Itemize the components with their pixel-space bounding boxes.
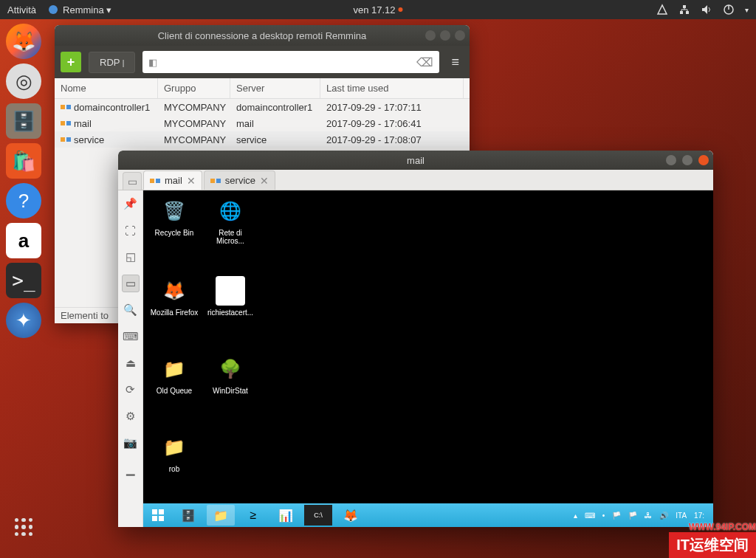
desktop-icon-rob[interactable]: 📁rob [148, 433, 201, 473]
tool-minimize-icon[interactable]: ▁ [122, 461, 140, 478]
svg-rect-2 [686, 11, 689, 14]
launcher-remmina[interactable]: ✦ [6, 303, 41, 338]
svg-point-0 [49, 5, 58, 14]
tool-scale-icon[interactable]: ▭ [122, 275, 140, 292]
window-maximize-button[interactable] [440, 30, 450, 41]
new-tab-button[interactable]: ▭ [123, 172, 142, 190]
launcher-terminal[interactable]: >_ [6, 263, 41, 298]
connection-icon [61, 102, 71, 112]
session-title: mail [407, 155, 425, 166]
svg-rect-14 [210, 179, 215, 183]
session-tab-mail[interactable]: mail ✕ [143, 170, 202, 190]
taskbar-powershell[interactable]: ≥ [239, 505, 267, 526]
taskbar-server-manager[interactable]: 🗄️ [174, 505, 202, 526]
launcher-help[interactable]: ? [6, 183, 41, 218]
tool-zoom-icon[interactable]: 🔍 [122, 301, 140, 319]
protocol-selector[interactable]: RDP | [89, 52, 135, 73]
tray-flag1-icon[interactable]: 🏳️ [612, 512, 621, 520]
connection-row[interactable]: mail MYCOMPANY mail 2017-09-29 - 17:06:4… [55, 115, 470, 131]
remmina-titlebar[interactable]: Client di connessione a desktop remoti R… [55, 25, 470, 46]
tray-volume-icon[interactable]: 🔊 [659, 512, 668, 520]
desktop-icon-recycle-bin[interactable]: 🗑️Recycle Bin [148, 196, 201, 237]
tab-close-icon[interactable]: ✕ [260, 175, 269, 187]
app-menu[interactable]: Remmina ▾ [48, 4, 111, 16]
tray-clock[interactable]: 17: [694, 512, 704, 520]
tab-icon [150, 176, 160, 186]
session-titlebar[interactable]: mail [118, 151, 713, 170]
tray-network-icon[interactable]: 🖧 [645, 512, 652, 520]
tool-settings-icon[interactable]: ⚙ [122, 407, 140, 425]
column-header-time[interactable]: Last time used [320, 78, 464, 98]
tray-chevron-icon[interactable]: ▴ [574, 512, 577, 520]
session-side-toolbar: 📌 ⛶ ◱ ▭ 🔍 ⌨ ⏏ ⟳ ⚙ 📷 ▁ [118, 190, 143, 527]
watermark-banner: IT运维空间 [669, 532, 756, 558]
show-applications-button[interactable] [15, 518, 32, 536]
launcher-dock: 🦊 ◎ 🗄️ 🛍️ ? a >_ ✦ [0, 19, 47, 551]
svg-rect-15 [216, 179, 221, 183]
desktop-icon-old-queue[interactable]: 📁Old Queue [148, 354, 201, 395]
taskbar-cmd[interactable]: C:\ [304, 505, 332, 526]
session-maximize-button[interactable] [682, 155, 693, 165]
tab-close-icon[interactable]: ✕ [187, 175, 196, 187]
connection-list-header: Nome Gruppo Server Last time used [55, 78, 470, 99]
watermark-url: WWW.94IP.COM [669, 522, 756, 532]
window-minimize-button[interactable] [425, 30, 436, 41]
tool-screenshot-icon[interactable]: 📷 [122, 434, 140, 452]
hamburger-menu-button[interactable]: ≡ [447, 55, 464, 70]
launcher-rhythmbox[interactable]: ◎ [6, 63, 41, 99]
launcher-files[interactable]: 🗄️ [6, 103, 41, 139]
connection-row[interactable]: domaincontroller1 MYCOMPANY domaincontro… [55, 99, 470, 115]
svg-rect-13 [156, 179, 160, 183]
svg-rect-18 [152, 516, 157, 521]
tool-pin-icon[interactable]: 📌 [122, 195, 140, 213]
taskbar-taskmgr[interactable]: 📊 [272, 505, 300, 526]
svg-rect-19 [159, 516, 164, 521]
tool-disconnect-icon[interactable]: ⏏ [122, 354, 140, 372]
tray-keyboard-icon[interactable]: ⌨ [585, 512, 595, 520]
windows-taskbar: 🗄️ 📁 ≥ 📊 C:\ 🦊 ▴ ⌨ • 🏳️ 🏳️ 🖧 🔊 ITA 17: [143, 503, 713, 527]
connection-list: domaincontroller1 MYCOMPANY domaincontro… [55, 99, 470, 148]
tool-grab-icon[interactable]: ⌨ [122, 328, 140, 345]
tray-lang[interactable]: ITA [676, 512, 687, 520]
svg-rect-11 [66, 137, 71, 142]
desktop-icon-document[interactable]: richiestacert... [204, 276, 257, 317]
tray-flag2-icon[interactable]: 🏳️ [628, 512, 637, 520]
connection-icon [61, 134, 71, 145]
tab-label: mail [165, 175, 182, 186]
clock[interactable]: ven 17.12 [353, 4, 395, 16]
taskbar-firefox[interactable]: 🦊 [337, 505, 365, 526]
connection-row[interactable]: service MYCOMPANY service 2017-09-29 - 1… [55, 131, 470, 148]
session-close-button[interactable] [698, 155, 709, 165]
vpn-icon[interactable] [656, 4, 668, 16]
notification-dot-icon [399, 7, 403, 12]
column-header-group[interactable]: Gruppo [158, 78, 230, 98]
volume-icon[interactable] [701, 4, 712, 16]
tool-fullscreen-icon[interactable]: ⛶ [122, 221, 140, 239]
windows-start-button[interactable] [146, 505, 170, 526]
search-input[interactable] [157, 57, 416, 68]
network-icon[interactable] [678, 4, 690, 16]
desktop-icon-windirstat[interactable]: 🌳WinDirStat [204, 354, 257, 395]
column-header-server[interactable]: Server [230, 78, 320, 98]
power-icon[interactable] [723, 4, 735, 16]
clear-search-button[interactable]: ⌫ [416, 55, 433, 69]
system-menu-chevron-icon[interactable]: ▾ [745, 6, 749, 14]
remote-desktop-area[interactable]: 🗑️Recycle Bin 🌐Rete di Micros... 🦊Mozill… [143, 190, 713, 527]
launcher-amazon[interactable]: a [6, 223, 41, 258]
window-close-button[interactable] [455, 30, 465, 41]
desktop-icon-network[interactable]: 🌐Rete di Micros... [204, 196, 257, 245]
tool-fit-icon[interactable]: ◱ [122, 248, 140, 266]
session-minimize-button[interactable] [666, 155, 676, 165]
activities-button[interactable]: Attività [7, 4, 36, 16]
windows-system-tray[interactable]: ▴ ⌨ • 🏳️ 🏳️ 🖧 🔊 ITA 17: [574, 512, 710, 520]
session-tab-service[interactable]: service ✕ [204, 170, 275, 190]
svg-rect-6 [61, 105, 65, 109]
launcher-software[interactable]: 🛍️ [6, 143, 41, 179]
remmina-toolbar: + RDP | ◧ ⌫ ≡ [55, 46, 470, 78]
desktop-icon-firefox[interactable]: 🦊Mozilla Firefox [148, 276, 201, 317]
taskbar-explorer[interactable]: 📁 [207, 505, 235, 526]
launcher-firefox[interactable]: 🦊 [6, 24, 41, 59]
tool-refresh-icon[interactable]: ⟳ [122, 381, 140, 399]
column-header-name[interactable]: Nome [55, 78, 158, 98]
new-connection-button[interactable]: + [61, 52, 81, 72]
